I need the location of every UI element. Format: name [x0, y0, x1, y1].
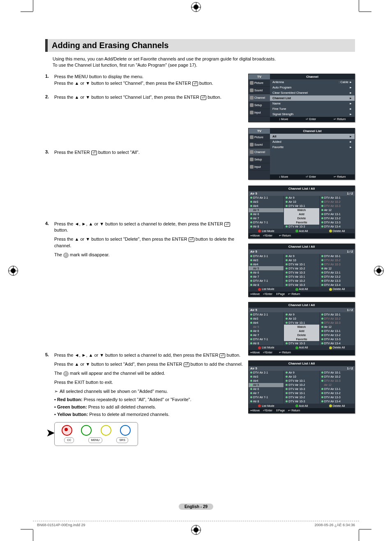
channel-cell: Favorite — [284, 337, 319, 341]
channel-cell: Air 5 — [249, 325, 284, 329]
channel-cell: Air 5 — [249, 266, 284, 270]
channel-cell: Air 7 — [249, 391, 284, 395]
channel-cell: DTV Air 10-3 — [320, 379, 355, 383]
channel-cell: Air 10 — [284, 375, 319, 379]
remote-button-row: CCMENUSRS — [57, 437, 135, 443]
yellow-button-icon — [101, 425, 111, 436]
channel-cell: DTV Air 10-2 — [320, 375, 355, 379]
channel-cell: Air4 — [249, 379, 284, 383]
channel-cell: Air 8 — [249, 283, 284, 287]
channel-cell: Air 6 — [249, 329, 284, 333]
osd-menu-row: Channel List — [270, 95, 355, 101]
channel-cell: Air4 — [249, 204, 284, 208]
enter-icon: ⏎ — [192, 81, 198, 86]
osd-channel-list-panel: Channel List / AllAir 51 / 2DTV Air 2-1A… — [248, 244, 355, 297]
channel-cell: Air 8 — [249, 399, 284, 404]
channel-cell: Air 9 — [284, 196, 319, 200]
channel-cell: DTV Air 10-1 — [284, 274, 319, 279]
osd-channel-list-menu: TV PictureSoundChannelSetupInput Channel… — [248, 128, 355, 180]
channel-cell: Delete — [284, 216, 319, 221]
color-action-button: Delete All — [319, 345, 355, 350]
color-action-button: Delete All — [319, 229, 355, 234]
channel-cell: DTV Air 10-1 — [284, 391, 319, 395]
channel-cell: DTV Air 7-1 — [249, 395, 284, 399]
channel-cell: Air 12 — [320, 325, 355, 329]
channel-cell: DTV Air 10-1 — [320, 254, 355, 258]
registration-mark-icon — [374, 266, 384, 276]
channel-cell: Air 9 — [284, 254, 319, 258]
channel-cell: DTV Air 13-1 — [320, 329, 355, 333]
color-action-button: Add All — [284, 404, 319, 409]
channel-cell: DTV Air 10-1 — [284, 262, 319, 266]
channel-cell: DTV Air 13-4 — [320, 225, 355, 229]
footer-timestamp: 2008-05-26 ¿ÀÈ 6:34:36 — [314, 523, 355, 527]
osd-side-item: Input — [249, 109, 270, 116]
channel-cell: Air3 — [249, 375, 284, 379]
registration-mark-icon — [8, 266, 18, 276]
step-5: 5. Press the ◄, ►, ▲ or ▼ button to sele… — [45, 352, 243, 446]
channel-cell: DTV Air 13-2 — [320, 274, 355, 279]
color-action-button: Delete All — [319, 287, 355, 292]
channel-cell: DTV Air 7-1 — [249, 221, 284, 225]
channel-cell: Watch — [284, 325, 319, 329]
channel-cell: Air 12 — [320, 383, 355, 387]
channel-cell: DTV Air 10-2 — [320, 200, 355, 204]
channel-cell: Air 7 — [249, 216, 284, 221]
channel-cell: Air4 — [249, 320, 284, 325]
osd-side-item: Picture — [249, 134, 270, 141]
color-action-button: List Mode — [249, 287, 284, 292]
channel-cell: DTV Air 13-4 — [320, 341, 355, 345]
osd-menu-row: Added — [270, 139, 355, 144]
enter-icon: ⏎ — [184, 362, 189, 367]
channel-cell: DTV Air 10-3 — [320, 320, 355, 325]
color-action-button: Add All — [284, 287, 319, 292]
channel-cell: DTV Air 10-1 — [320, 371, 355, 375]
registration-mark-icon — [191, 525, 201, 535]
channel-cell: DTV Air 10-1 — [284, 204, 319, 208]
pointer-arrow-icon: ➤ — [46, 426, 55, 440]
channel-cell: Delete — [284, 333, 319, 337]
channel-cell: Favorite — [284, 221, 319, 225]
channel-cell: DTV Air 10-1 — [320, 196, 355, 200]
channel-cell: Air 12 — [320, 266, 355, 270]
channel-cell: DTV Air 13-2 — [320, 391, 355, 395]
check-mark-icon — [63, 253, 69, 258]
channel-cell: DTV Air 10-2 — [284, 266, 319, 270]
channel-cell: DTV Air 13-3 — [320, 279, 355, 283]
channel-cell: DTV Air 10-1 — [284, 379, 319, 383]
osd-side-item: Sound — [249, 141, 270, 149]
channel-cell: DTV Air 10-3 — [284, 387, 319, 391]
channel-cell: DTV Air 10-3 — [284, 399, 319, 404]
channel-cell: DTV Air 10-2 — [284, 279, 319, 283]
osd-side-item: Setup — [249, 156, 270, 163]
remote-button-label: CC — [64, 437, 74, 443]
channel-cell: Air3 — [249, 258, 284, 262]
color-action-button: Delete All — [319, 404, 355, 409]
osd-side-item: Setup — [249, 102, 270, 109]
channel-cell: DTV Air 13-3 — [320, 221, 355, 225]
osd-menu-row: All — [270, 134, 355, 139]
channel-cell: DTV Air 13-3 — [320, 337, 355, 341]
enter-icon: ⏎ — [201, 95, 206, 100]
step-2: 2. Press the ▲ or ▼ button to select "Ch… — [45, 94, 243, 103]
channel-cell: DTV Air 10-1 — [284, 320, 319, 325]
osd-menu-row: Favorite — [270, 144, 355, 150]
osd-menu-row: Auto Program — [270, 85, 355, 90]
channel-cell: DTV Air 2-1 — [249, 312, 284, 316]
channel-cell: DTV Air 2-1 — [249, 371, 284, 375]
color-action-button: List Mode — [249, 229, 284, 234]
intro-text: Using this menu, you can Add/Delete or s… — [53, 56, 355, 69]
osd-menu-row: Antenna: Cable — [270, 79, 355, 85]
enter-icon: ⏎ — [224, 222, 230, 227]
osd-side-item: Input — [249, 163, 270, 171]
red-button-icon — [62, 425, 72, 436]
enter-icon: ⏎ — [189, 237, 194, 242]
page-number-badge: English - 29 — [179, 504, 213, 510]
remote-button-label: MENU — [88, 437, 103, 443]
channel-cell: Air 6 — [249, 270, 284, 274]
remote-button-label: SRS — [116, 437, 128, 443]
channel-cell: Air 12 — [320, 208, 355, 212]
channel-cell: Air 6 — [249, 212, 284, 216]
green-button-icon — [81, 425, 92, 436]
color-action-button: List Mode — [249, 345, 284, 350]
